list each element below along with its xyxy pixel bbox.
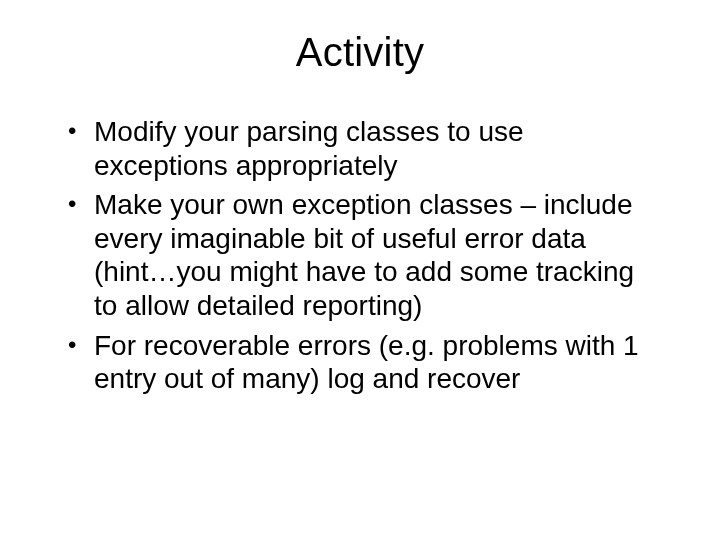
bullet-item: For recoverable errors (e.g. problems wi…: [68, 329, 660, 396]
bullet-list: Modify your parsing classes to use excep…: [48, 115, 672, 396]
slide-title: Activity: [48, 30, 672, 75]
bullet-item: Modify your parsing classes to use excep…: [68, 115, 660, 182]
bullet-item: Make your own exception classes – includ…: [68, 188, 660, 322]
slide: Activity Modify your parsing classes to …: [0, 0, 720, 540]
